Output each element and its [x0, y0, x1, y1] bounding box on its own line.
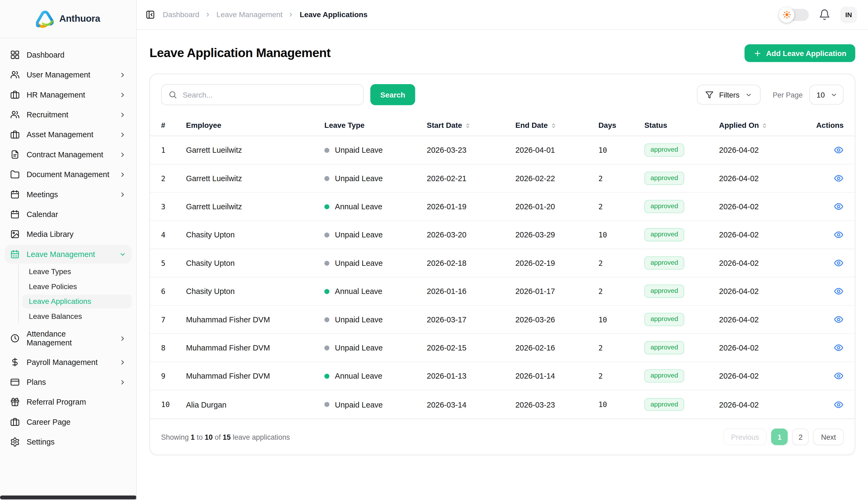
- calendar-icon: [10, 190, 20, 200]
- column-header-end-date[interactable]: End Date: [515, 121, 598, 130]
- sidebar-item-recruitment[interactable]: Recruitment: [4, 105, 132, 124]
- sidebar-item-media-library[interactable]: Media Library: [4, 225, 132, 243]
- leave-type-dot: [324, 260, 330, 265]
- sidebar-subitem-leave-types[interactable]: Leave Types: [22, 265, 132, 279]
- status-badge: approved: [644, 228, 684, 241]
- notifications-bell-icon[interactable]: [819, 9, 830, 20]
- sidebar-item-career-page[interactable]: Career Page: [4, 412, 132, 431]
- search-button[interactable]: Search: [370, 84, 415, 105]
- sort-icon: [464, 122, 471, 129]
- sidebar-item-payroll-management[interactable]: Payroll Management: [4, 353, 132, 371]
- row-number: 7: [161, 315, 186, 324]
- filters-button[interactable]: Filters: [697, 85, 761, 104]
- sidebar-item-contract-management[interactable]: Contract Management: [4, 145, 132, 164]
- next-page-button[interactable]: Next: [813, 429, 844, 445]
- days-cell: 2: [598, 174, 644, 182]
- row-number: 9: [161, 372, 186, 380]
- start-date-cell: 2026-03-14: [427, 400, 515, 409]
- topbar: Dashboard Leave Management Leave Applica…: [137, 0, 868, 30]
- view-eye-icon[interactable]: [834, 286, 844, 296]
- view-eye-icon[interactable]: [834, 202, 844, 212]
- per-page-select[interactable]: 10: [809, 85, 844, 104]
- status-badge: approved: [644, 144, 684, 157]
- chevron-right-icon: [205, 12, 211, 18]
- sidebar-scrollbar[interactable]: [0, 496, 137, 499]
- leave-type-dot: [324, 402, 330, 407]
- status-cell: approved: [644, 313, 719, 326]
- view-eye-icon[interactable]: [834, 258, 844, 268]
- breadcrumb-item[interactable]: Leave Management: [216, 10, 283, 19]
- status-cell: approved: [644, 370, 719, 383]
- status-badge: approved: [644, 257, 684, 270]
- leave-type-cell: Unpaid Leave: [324, 400, 427, 409]
- search-box: [161, 84, 364, 105]
- sidebar-item-asset-management[interactable]: Asset Management: [4, 125, 132, 144]
- sidebar-subitem-leave-policies[interactable]: Leave Policies: [22, 280, 132, 293]
- sidebar-item-calendar[interactable]: Calendar: [4, 205, 132, 224]
- chevron-right-icon: [119, 335, 126, 342]
- days-cell: 10: [598, 400, 644, 409]
- breadcrumb-item[interactable]: Dashboard: [163, 10, 199, 19]
- search-input[interactable]: [183, 91, 357, 99]
- column-header-applied-on[interactable]: Applied On: [719, 121, 810, 130]
- table-row: 9Muhammad Fisher DVMAnnual Leave2026-01-…: [150, 362, 855, 390]
- table-row: 10Alia DurganUnpaid Leave2026-03-142026-…: [150, 390, 855, 419]
- employee-cell: Alia Durgan: [186, 400, 324, 409]
- table-body: 1Garrett LueilwitzUnpaid Leave2026-03-23…: [150, 136, 855, 419]
- chevron-right-icon: [119, 359, 126, 366]
- theme-toggle[interactable]: [780, 9, 809, 21]
- sidebar-item-document-management[interactable]: Document Management: [4, 165, 132, 184]
- sidebar-item-plans[interactable]: Plans: [4, 373, 132, 391]
- page-2-button[interactable]: 2: [792, 429, 809, 445]
- calendar-icon: [10, 209, 20, 219]
- status-cell: approved: [644, 200, 719, 213]
- sidebar: Anthuora DashboardUser ManagementHR Mana…: [0, 0, 137, 500]
- gift-icon: [10, 397, 20, 407]
- sidebar-item-user-management[interactable]: User Management: [4, 65, 132, 84]
- status-badge: approved: [644, 370, 684, 383]
- table-row: 8Muhammad Fisher DVMUnpaid Leave2026-02-…: [150, 334, 855, 362]
- sidebar-item-meetings[interactable]: Meetings: [4, 185, 132, 204]
- leave-type-cell: Unpaid Leave: [324, 315, 427, 324]
- previous-page-button[interactable]: Previous: [723, 429, 767, 445]
- sidebar-item-hr-management[interactable]: HR Management: [4, 85, 132, 104]
- chevron-right-icon: [288, 12, 294, 18]
- sidebar-item-attendance-management[interactable]: Attendance Management: [4, 325, 132, 352]
- view-eye-icon[interactable]: [834, 315, 844, 325]
- add-leave-application-button[interactable]: Add Leave Application: [744, 44, 855, 62]
- status-badge: approved: [644, 172, 684, 185]
- end-date-cell: 2026-02-22: [515, 174, 598, 183]
- status-cell: approved: [644, 144, 719, 157]
- brand-logo[interactable]: Anthuora: [0, 0, 136, 38]
- status-cell: approved: [644, 228, 719, 241]
- sidebar-nav: DashboardUser ManagementHR ManagementRec…: [0, 38, 136, 451]
- sun-icon: [779, 7, 794, 23]
- dollar-icon: [10, 357, 20, 367]
- view-eye-icon[interactable]: [834, 230, 844, 240]
- days-cell: 10: [598, 315, 644, 324]
- leave-type-cell: Annual Leave: [324, 371, 427, 380]
- page-1-button[interactable]: 1: [771, 429, 788, 445]
- view-eye-icon[interactable]: [834, 343, 844, 353]
- sidebar-subitem-leave-applications[interactable]: Leave Applications: [22, 295, 132, 308]
- employee-cell: Muhammad Fisher DVM: [186, 371, 324, 380]
- column-header-start-date[interactable]: Start Date: [427, 121, 515, 130]
- view-eye-icon[interactable]: [834, 371, 844, 381]
- sort-icon: [761, 122, 768, 129]
- sidebar-item-leave-management[interactable]: Leave Management: [4, 245, 132, 263]
- user-avatar[interactable]: IN: [841, 7, 857, 23]
- sidebar-collapse-icon[interactable]: [146, 10, 155, 19]
- status-badge: approved: [644, 341, 684, 354]
- view-eye-icon[interactable]: [834, 145, 844, 155]
- sidebar-item-referral-program[interactable]: Referral Program: [4, 393, 132, 411]
- table-row: 7Muhammad Fisher DVMUnpaid Leave2026-03-…: [150, 306, 855, 334]
- start-date-cell: 2026-01-13: [427, 371, 515, 380]
- sidebar-subitem-leave-balances[interactable]: Leave Balances: [22, 309, 132, 323]
- view-eye-icon[interactable]: [834, 173, 844, 183]
- view-eye-icon[interactable]: [834, 399, 844, 409]
- sidebar-item-settings[interactable]: Settings: [4, 432, 132, 451]
- employee-cell: Chasity Upton: [186, 259, 324, 268]
- grid-icon: [10, 50, 20, 60]
- days-cell: 2: [598, 372, 644, 380]
- sidebar-item-dashboard[interactable]: Dashboard: [4, 45, 132, 64]
